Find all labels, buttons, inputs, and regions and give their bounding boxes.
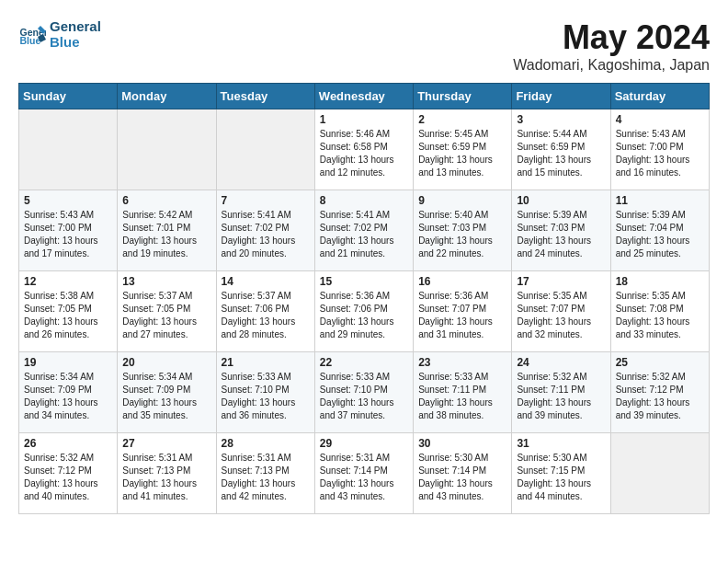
day-number: 16	[418, 275, 506, 288]
calendar-cell: 26Sunrise: 5:32 AM Sunset: 7:12 PM Dayli…	[19, 433, 118, 514]
calendar-cell: 1Sunrise: 5:46 AM Sunset: 6:58 PM Daylig…	[314, 109, 413, 190]
weekday-header: Friday	[512, 84, 610, 109]
calendar-cell: 31Sunrise: 5:30 AM Sunset: 7:15 PM Dayli…	[512, 433, 610, 514]
day-info: Sunrise: 5:35 AM Sunset: 7:08 PM Dayligh…	[616, 290, 704, 341]
day-info: Sunrise: 5:36 AM Sunset: 7:06 PM Dayligh…	[320, 290, 408, 341]
calendar-cell: 21Sunrise: 5:33 AM Sunset: 7:10 PM Dayli…	[216, 352, 314, 433]
weekday-header: Monday	[118, 84, 216, 109]
weekday-header: Wednesday	[314, 84, 413, 109]
calendar-cell: 9Sunrise: 5:40 AM Sunset: 7:03 PM Daylig…	[414, 190, 512, 271]
calendar-cell: 23Sunrise: 5:33 AM Sunset: 7:11 PM Dayli…	[414, 352, 512, 433]
calendar-cell: 25Sunrise: 5:32 AM Sunset: 7:12 PM Dayli…	[610, 352, 709, 433]
calendar-cell: 12Sunrise: 5:38 AM Sunset: 7:05 PM Dayli…	[19, 271, 118, 352]
calendar-cell: 30Sunrise: 5:30 AM Sunset: 7:14 PM Dayli…	[414, 433, 512, 514]
day-info: Sunrise: 5:41 AM Sunset: 7:02 PM Dayligh…	[222, 209, 310, 260]
day-info: Sunrise: 5:31 AM Sunset: 7:13 PM Dayligh…	[222, 452, 310, 503]
calendar-cell: 17Sunrise: 5:35 AM Sunset: 7:07 PM Dayli…	[512, 271, 610, 352]
day-info: Sunrise: 5:36 AM Sunset: 7:07 PM Dayligh…	[418, 290, 506, 341]
logo: General Blue General Blue	[18, 18, 101, 50]
calendar-cell: 14Sunrise: 5:37 AM Sunset: 7:06 PM Dayli…	[216, 271, 314, 352]
day-number: 17	[517, 275, 605, 288]
weekday-header: Tuesday	[216, 84, 314, 109]
day-number: 25	[616, 356, 704, 369]
day-info: Sunrise: 5:37 AM Sunset: 7:06 PM Dayligh…	[222, 290, 310, 341]
calendar-cell	[118, 109, 216, 190]
calendar-week-row: 26Sunrise: 5:32 AM Sunset: 7:12 PM Dayli…	[19, 433, 710, 514]
day-number: 13	[122, 275, 210, 288]
day-number: 31	[517, 437, 605, 450]
day-info: Sunrise: 5:31 AM Sunset: 7:14 PM Dayligh…	[320, 452, 408, 503]
day-number: 3	[517, 113, 605, 126]
day-number: 4	[616, 113, 704, 126]
page-header: General Blue General Blue May 2024 Wadom…	[18, 18, 710, 74]
day-info: Sunrise: 5:34 AM Sunset: 7:09 PM Dayligh…	[24, 371, 112, 422]
logo-line2: Blue	[50, 34, 101, 50]
day-info: Sunrise: 5:44 AM Sunset: 6:59 PM Dayligh…	[517, 128, 605, 179]
day-number: 7	[222, 194, 310, 207]
day-info: Sunrise: 5:42 AM Sunset: 7:01 PM Dayligh…	[122, 209, 210, 260]
day-info: Sunrise: 5:46 AM Sunset: 6:58 PM Dayligh…	[320, 128, 408, 179]
logo-line1: General	[50, 18, 101, 34]
calendar-cell: 29Sunrise: 5:31 AM Sunset: 7:14 PM Dayli…	[314, 433, 413, 514]
day-number: 6	[122, 194, 210, 207]
day-number: 14	[222, 275, 310, 288]
day-info: Sunrise: 5:39 AM Sunset: 7:03 PM Dayligh…	[517, 209, 605, 260]
calendar-cell: 7Sunrise: 5:41 AM Sunset: 7:02 PM Daylig…	[216, 190, 314, 271]
day-number: 20	[122, 356, 210, 369]
day-number: 15	[320, 275, 408, 288]
calendar-week-row: 1Sunrise: 5:46 AM Sunset: 6:58 PM Daylig…	[19, 109, 710, 190]
calendar-cell: 27Sunrise: 5:31 AM Sunset: 7:13 PM Dayli…	[118, 433, 216, 514]
day-info: Sunrise: 5:30 AM Sunset: 7:15 PM Dayligh…	[517, 452, 605, 503]
calendar-cell: 6Sunrise: 5:42 AM Sunset: 7:01 PM Daylig…	[118, 190, 216, 271]
calendar-cell: 28Sunrise: 5:31 AM Sunset: 7:13 PM Dayli…	[216, 433, 314, 514]
calendar-week-row: 19Sunrise: 5:34 AM Sunset: 7:09 PM Dayli…	[19, 352, 710, 433]
calendar-cell: 3Sunrise: 5:44 AM Sunset: 6:59 PM Daylig…	[512, 109, 610, 190]
calendar-cell: 15Sunrise: 5:36 AM Sunset: 7:06 PM Dayli…	[314, 271, 413, 352]
calendar-week-row: 12Sunrise: 5:38 AM Sunset: 7:05 PM Dayli…	[19, 271, 710, 352]
day-info: Sunrise: 5:33 AM Sunset: 7:10 PM Dayligh…	[222, 371, 310, 422]
logo-icon: General Blue	[18, 20, 46, 48]
day-info: Sunrise: 5:40 AM Sunset: 7:03 PM Dayligh…	[418, 209, 506, 260]
day-info: Sunrise: 5:32 AM Sunset: 7:12 PM Dayligh…	[24, 452, 112, 503]
day-info: Sunrise: 5:30 AM Sunset: 7:14 PM Dayligh…	[418, 452, 506, 503]
location: Wadomari, Kagoshima, Japan	[513, 57, 710, 74]
day-info: Sunrise: 5:38 AM Sunset: 7:05 PM Dayligh…	[24, 290, 112, 341]
day-number: 10	[517, 194, 605, 207]
calendar-cell: 10Sunrise: 5:39 AM Sunset: 7:03 PM Dayli…	[512, 190, 610, 271]
day-number: 27	[122, 437, 210, 450]
calendar-cell	[216, 109, 314, 190]
day-number: 18	[616, 275, 704, 288]
day-info: Sunrise: 5:32 AM Sunset: 7:11 PM Dayligh…	[517, 371, 605, 422]
day-info: Sunrise: 5:41 AM Sunset: 7:02 PM Dayligh…	[320, 209, 408, 260]
day-number: 9	[418, 194, 506, 207]
day-info: Sunrise: 5:43 AM Sunset: 7:00 PM Dayligh…	[24, 209, 112, 260]
weekday-header: Thursday	[414, 84, 512, 109]
calendar-week-row: 5Sunrise: 5:43 AM Sunset: 7:00 PM Daylig…	[19, 190, 710, 271]
day-info: Sunrise: 5:33 AM Sunset: 7:11 PM Dayligh…	[418, 371, 506, 422]
calendar-cell: 24Sunrise: 5:32 AM Sunset: 7:11 PM Dayli…	[512, 352, 610, 433]
calendar-cell	[19, 109, 118, 190]
calendar-cell: 18Sunrise: 5:35 AM Sunset: 7:08 PM Dayli…	[610, 271, 709, 352]
calendar-cell: 20Sunrise: 5:34 AM Sunset: 7:09 PM Dayli…	[118, 352, 216, 433]
day-number: 24	[517, 356, 605, 369]
calendar-cell	[610, 433, 709, 514]
month-title: May 2024	[513, 18, 710, 57]
day-number: 23	[418, 356, 506, 369]
day-info: Sunrise: 5:33 AM Sunset: 7:10 PM Dayligh…	[320, 371, 408, 422]
calendar-cell: 2Sunrise: 5:45 AM Sunset: 6:59 PM Daylig…	[414, 109, 512, 190]
weekday-header: Sunday	[19, 84, 118, 109]
day-number: 21	[222, 356, 310, 369]
day-number: 22	[320, 356, 408, 369]
day-info: Sunrise: 5:43 AM Sunset: 7:00 PM Dayligh…	[616, 128, 704, 179]
day-info: Sunrise: 5:39 AM Sunset: 7:04 PM Dayligh…	[616, 209, 704, 260]
day-number: 28	[222, 437, 310, 450]
svg-text:Blue: Blue	[20, 35, 41, 46]
title-block: May 2024 Wadomari, Kagoshima, Japan	[513, 18, 710, 74]
day-number: 5	[24, 194, 112, 207]
day-number: 8	[320, 194, 408, 207]
calendar-cell: 5Sunrise: 5:43 AM Sunset: 7:00 PM Daylig…	[19, 190, 118, 271]
day-info: Sunrise: 5:34 AM Sunset: 7:09 PM Dayligh…	[122, 371, 210, 422]
calendar-cell: 4Sunrise: 5:43 AM Sunset: 7:00 PM Daylig…	[610, 109, 709, 190]
day-number: 26	[24, 437, 112, 450]
weekday-header: Saturday	[610, 84, 709, 109]
